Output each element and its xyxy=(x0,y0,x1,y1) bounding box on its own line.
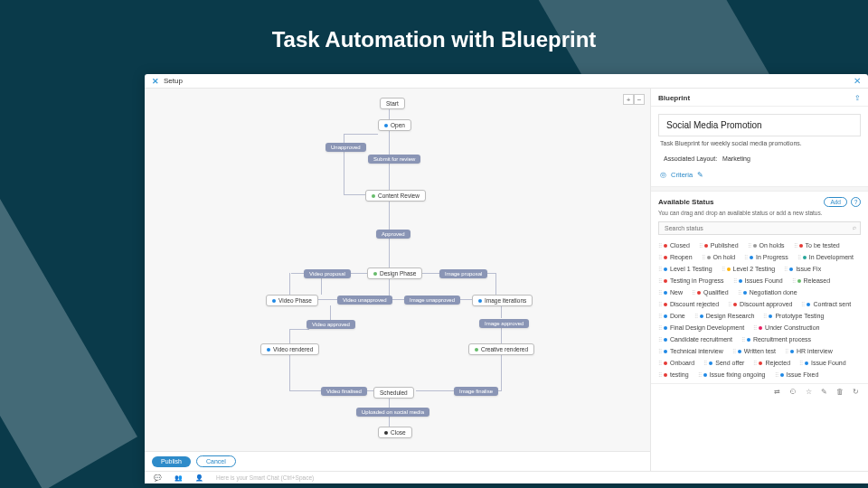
status-chip[interactable]: ⠿Prototype Testing xyxy=(763,313,824,319)
status-chip[interactable]: ⠿Done xyxy=(658,313,685,319)
status-chip[interactable]: ⠿Final Design Development xyxy=(658,324,744,331)
status-dot-icon xyxy=(478,299,482,303)
status-chip[interactable]: ⠿Closed xyxy=(658,242,690,249)
status-chip[interactable]: ⠿Technical interview xyxy=(658,348,723,354)
transition-submit_review[interactable]: Submit for review xyxy=(368,155,420,164)
transition-uploaded_social[interactable]: Uploaded on social media xyxy=(356,408,429,417)
status-label: Discount approved xyxy=(740,301,792,307)
grip-icon: ⠿ xyxy=(658,277,661,284)
status-chip[interactable]: ⠿Discount rejected xyxy=(658,301,719,307)
status-chip[interactable]: ⠿Qualified xyxy=(692,289,729,296)
status-chip[interactable]: ⠿Level 2 Testing xyxy=(722,266,776,272)
footer-icon[interactable]: ⏲ xyxy=(789,388,797,396)
available-status-header: Available Status Add ? xyxy=(651,192,868,210)
status-label: Onboard xyxy=(670,360,694,366)
status-dot-icon xyxy=(739,279,742,283)
transition-video_finalised[interactable]: Video finalised xyxy=(321,387,367,396)
status-dot-icon xyxy=(790,350,794,353)
status-chip[interactable]: ⠿Candidate recruitment xyxy=(658,336,732,343)
footer-icon[interactable]: ↻ xyxy=(853,388,859,396)
status-chip[interactable]: ⠿Issue Fixed xyxy=(775,371,819,378)
transition-video_proposal[interactable]: Video proposal xyxy=(304,269,351,278)
transition-image_proposal[interactable]: Image proposal xyxy=(439,269,487,278)
smart-chat-hint[interactable]: Here is your Smart Chat (Ctrl+Space) xyxy=(216,474,314,481)
status-chip[interactable]: ⠿Send offer xyxy=(703,360,744,366)
status-chip[interactable]: ⠿Issue Found xyxy=(799,360,846,366)
status-node-start[interactable]: Start xyxy=(380,98,405,109)
status-dot-icon xyxy=(664,303,667,306)
status-chip[interactable]: ⠿Onboard xyxy=(658,360,694,366)
status-chip[interactable]: ⠿Contract sent xyxy=(801,301,851,307)
status-chip[interactable]: ⠿HR interview xyxy=(785,348,833,354)
status-dot-icon xyxy=(664,373,667,377)
contacts-icon[interactable]: 👥 xyxy=(175,474,183,482)
transition-video_approved[interactable]: Video approved xyxy=(307,320,355,329)
status-chip[interactable]: ⠿On holds xyxy=(748,242,785,249)
grip-icon: ⠿ xyxy=(738,289,741,296)
transition-approved[interactable]: Approved xyxy=(376,230,410,239)
chat-icon[interactable]: 💬 xyxy=(154,474,162,482)
status-chip[interactable]: ⠿Discount approved xyxy=(728,301,792,307)
status-chip[interactable]: ⠿Testing in Progress xyxy=(658,277,724,284)
transition-image_approved[interactable]: Image approved xyxy=(479,319,529,328)
status-chip[interactable]: ⠿Recruitment process xyxy=(741,336,811,343)
search-status-input[interactable] xyxy=(658,221,861,235)
user-icon[interactable]: 👤 xyxy=(195,474,203,482)
status-chip[interactable]: ⠿New xyxy=(658,289,683,296)
add-status-button[interactable]: Add xyxy=(824,197,847,207)
status-chip[interactable]: ⠿Rejected xyxy=(753,360,790,366)
status-label: Testing in Progress xyxy=(670,277,724,284)
status-node-scheduled[interactable]: Scheduled xyxy=(373,387,414,399)
status-chip[interactable]: ⠿Released xyxy=(792,277,831,284)
export-icon[interactable]: ⇪ xyxy=(854,94,861,102)
edit-icon[interactable]: ✎ xyxy=(697,171,703,179)
transition-unapproved[interactable]: Unapproved xyxy=(326,143,366,152)
publish-button[interactable]: Publish xyxy=(152,456,191,467)
status-node-video_rendered[interactable]: Video rendered xyxy=(260,343,319,355)
status-chip[interactable]: ⠿Issue fixing ongoing xyxy=(698,371,766,378)
status-chip[interactable]: ⠿Design Research xyxy=(694,313,755,319)
status-label: Final Design Development xyxy=(670,324,744,331)
grip-icon: ⠿ xyxy=(658,242,661,249)
status-node-creative_rendered[interactable]: Creative rendered xyxy=(468,343,534,355)
status-chip[interactable]: ⠿On hold xyxy=(702,254,736,260)
zoom-out-button[interactable]: − xyxy=(634,94,645,105)
blueprint-canvas[interactable]: + − xyxy=(145,89,650,451)
zoom-in-button[interactable]: + xyxy=(623,94,634,105)
status-chip[interactable]: ⠿To be tested xyxy=(794,242,840,249)
status-node-open[interactable]: Open xyxy=(378,119,411,131)
footer-icon[interactable]: ⇄ xyxy=(774,388,780,396)
close-icon[interactable]: ✕ xyxy=(854,76,861,86)
status-chip[interactable]: ⠿Reopen xyxy=(658,254,693,260)
status-chip[interactable]: ⠿testing xyxy=(658,371,689,378)
status-chip[interactable]: ⠿Written test xyxy=(732,348,776,354)
footer-icon[interactable]: ☆ xyxy=(806,388,812,396)
status-chip[interactable]: ⠿Negotiation done xyxy=(738,289,797,296)
status-node-image_iterations[interactable]: Image iterations xyxy=(472,295,533,306)
right-panel: Blueprint ⇪ Social Media Promotion Task … xyxy=(651,89,868,471)
status-node-design_phase[interactable]: Design Phase xyxy=(367,267,422,279)
transition-image_finalise[interactable]: Image finalise xyxy=(454,387,498,396)
status-chip[interactable]: ⠿In Development xyxy=(797,254,854,260)
connector xyxy=(291,273,304,274)
status-node-content_review[interactable]: Content Review xyxy=(365,190,426,202)
status-node-video_phase[interactable]: Video Phase xyxy=(266,295,318,306)
footer-icon[interactable]: 🗑 xyxy=(836,388,844,396)
status-chip[interactable]: ⠿Issues Found xyxy=(733,277,783,284)
help-icon[interactable]: ? xyxy=(851,197,861,207)
status-chip[interactable]: ⠿Issue Fix xyxy=(784,266,821,272)
node-label: Start xyxy=(386,100,399,107)
app-logo-icon: ✕ xyxy=(152,77,159,86)
footer-icon[interactable]: ✎ xyxy=(821,388,827,396)
grip-icon: ⠿ xyxy=(785,348,788,354)
transition-image_unapproved[interactable]: Image unapproved xyxy=(404,296,460,305)
status-node-close[interactable]: Close xyxy=(378,427,412,438)
status-chip[interactable]: ⠿Level 1 Testing xyxy=(658,266,712,272)
transition-video_unapproved[interactable]: Video unapproved xyxy=(337,296,392,305)
status-chip[interactable]: ⠿Published xyxy=(699,242,739,249)
blueprint-name-field[interactable]: Social Media Promotion xyxy=(658,114,861,136)
cancel-button[interactable]: Cancel xyxy=(196,455,236,467)
status-chip[interactable]: ⠿Under Construction xyxy=(753,324,819,331)
criteria-row[interactable]: ◎ Criteria ✎ xyxy=(651,165,868,186)
status-chip[interactable]: ⠿In Progress xyxy=(744,254,788,260)
